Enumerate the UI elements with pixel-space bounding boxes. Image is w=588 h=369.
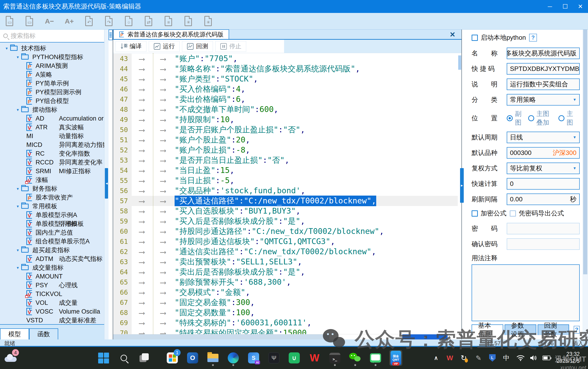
undo-icon[interactable]: ↶ xyxy=(84,15,95,28)
tab-param-settings[interactable]: 参数设置 xyxy=(505,324,536,335)
tree-item-ADTM[interactable]: VADTM动态买卖气指标 xyxy=(0,255,104,263)
tree-item-涨幅[interactable]: V涨幅 xyxy=(0,175,104,184)
tab-backtest-params[interactable]: 回测参数 xyxy=(538,324,569,335)
tree-item-成交量指标[interactable]: ▼成交量指标 xyxy=(0,263,104,272)
tray-pen-icon[interactable]: ✎ xyxy=(474,350,483,366)
formula-params-icon[interactable]: ✳ xyxy=(203,15,214,28)
panel-help-button[interactable]: ? xyxy=(574,326,580,334)
font-decrease-icon[interactable]: A− xyxy=(44,15,55,28)
weather-widget[interactable]: 4 xyxy=(4,350,17,366)
tree-item-MICD[interactable]: MICD异同离差动力指数 xyxy=(0,140,104,149)
task-view-button[interactable] xyxy=(138,350,151,366)
code-line-48[interactable]: 48⟶⟶"不成交撤单下单时间":600, xyxy=(113,104,461,114)
splitter-grip-icon[interactable] xyxy=(109,30,113,40)
wifi-icon[interactable] xyxy=(516,350,526,366)
expand-caret-icon[interactable]: ▼ xyxy=(14,108,21,112)
tray-expand-button[interactable]: ∧ xyxy=(431,350,441,366)
expand-caret-icon[interactable]: ▼ xyxy=(3,46,10,50)
volume-icon[interactable] xyxy=(528,350,539,366)
panel-scrollbar-thumb[interactable] xyxy=(583,30,587,274)
editor-close-icon[interactable]: ✕ xyxy=(450,31,455,39)
tree-item-股本营收资产[interactable]: P股本营收资产 xyxy=(0,193,104,202)
minimize-button[interactable]: ─ xyxy=(542,0,557,13)
font-increase-icon[interactable]: A+ xyxy=(64,15,75,28)
collapse-right-panel-icon[interactable]: ► xyxy=(460,168,464,203)
tree-item-PYTHON模型指标[interactable]: ▼PYTHON模型指标 xyxy=(0,53,104,62)
tree-item-A策略[interactable]: PA策略 xyxy=(0,70,104,79)
adjust-select[interactable]: 等比前复权 ▼ xyxy=(507,163,580,174)
editor-tab[interactable]: P 索普通达信多板块交易系统源代码版 xyxy=(113,29,229,39)
maximize-button[interactable]: ☐ xyxy=(557,0,573,13)
tree-item-VOL[interactable]: VVOL成交量 xyxy=(0,298,104,307)
tree-item-PY组合模型[interactable]: PPY组合模型 xyxy=(0,97,104,105)
code-line-60[interactable]: 60⟶⟶"持股同步通达路径":"C:/new_tdx/T0002/blockne… xyxy=(113,226,461,236)
expand-caret-icon[interactable]: ▼ xyxy=(14,266,21,270)
python-help-button[interactable]: ? xyxy=(529,34,537,41)
code-line-50[interactable]: 50⟶⟶"是否开启账户个股止盈止损":"否", xyxy=(113,125,461,135)
start-button[interactable] xyxy=(97,350,110,366)
wechat-app[interactable] xyxy=(349,350,362,366)
battery-icon[interactable] xyxy=(541,350,552,366)
tree-item-超买超卖指标[interactable]: ▼超买超卖指标 xyxy=(0,246,104,255)
tree-item-技术指标[interactable]: ▼技术指标 xyxy=(0,44,104,53)
messages-app[interactable] xyxy=(369,350,382,366)
code-line-64[interactable]: 64⟶⟶"卖出后是否剔除板块成分股":"是", xyxy=(113,267,461,277)
tree-item-MI[interactable]: MI动量指标 xyxy=(0,132,104,140)
code-area[interactable]: 43⟶⟶"账户":"7705",44⟶⟶"策略名称":"索普通达信多板块交易系统… xyxy=(113,53,461,334)
outlook-app[interactable]: O xyxy=(186,350,199,366)
tab-function[interactable]: 函数 xyxy=(29,328,58,339)
code-line-45[interactable]: 45⟶⟶"账户类型":"STOCK", xyxy=(113,74,461,84)
tree-item-ARIMA预测[interactable]: PARIMA预测 xyxy=(0,62,104,70)
compare-doc-icon[interactable]: ⇄ xyxy=(143,15,154,28)
category-select[interactable]: 常用策略 ▼ xyxy=(507,94,580,105)
file-explorer-app[interactable] xyxy=(206,350,219,366)
radio-subchart[interactable] xyxy=(507,115,513,121)
code-line-47[interactable]: 47⟶⟶"卖出价格编码":6, xyxy=(113,94,461,104)
green-v-app[interactable]: ∪ xyxy=(288,350,301,366)
code-line-59[interactable]: 59⟶⟶"买入后是否剔除板块成分股":"是", xyxy=(113,216,461,226)
tree-item-国内生产总值[interactable]: V国内生产总值 xyxy=(0,228,104,237)
tree-item-VOSC[interactable]: VVOSCVolume Oscilla xyxy=(0,307,104,316)
terminal-app[interactable]: >_ xyxy=(328,350,341,366)
ai-app[interactable]: SAI xyxy=(247,350,260,366)
wps-app[interactable]: W xyxy=(308,350,321,366)
tree-item-RC[interactable]: VRC变化率指数 xyxy=(0,149,104,158)
code-line-70[interactable]: 70⟶⟶"特殊交易标的固定交易金额":15000, xyxy=(113,328,461,334)
code-line-53[interactable]: 53⟶⟶"是否开启当日止盈止损":"否", xyxy=(113,155,461,165)
code-line-58[interactable]: 58⟶⟶"买入自选股板块":"BUY1,BUY3", xyxy=(113,206,461,216)
collapse-sidebar-icon[interactable]: ◄ xyxy=(105,182,108,185)
tree-item-PSY[interactable]: VPSY心理线 xyxy=(0,281,104,290)
right-panel-splitter[interactable]: ► xyxy=(461,30,466,339)
usage-textarea[interactable] xyxy=(472,264,580,321)
redo-icon[interactable]: ↷ xyxy=(103,15,114,28)
tree-item-VSTD[interactable]: VSTD成交量标准差 xyxy=(0,316,104,324)
quickcalc-field[interactable]: 0 xyxy=(507,178,580,190)
save-all-icon[interactable]: ▭ xyxy=(24,15,35,28)
search-input[interactable]: 搜索指标 xyxy=(0,30,104,42)
find-in-doc-icon[interactable]: ○ xyxy=(123,15,134,28)
code-line-62[interactable]: 62⟶⟶"通达信卖出路径":"C:/new_tdx/T0002/blocknew… xyxy=(113,247,461,257)
code-line-56[interactable]: 56⟶⟶"交易品种":'stock,fund,bond', xyxy=(113,186,461,196)
tree-item-PY模型回测示例[interactable]: PPY模型回测示例 xyxy=(0,88,104,97)
taskbar-search-button[interactable] xyxy=(117,350,130,366)
description-field[interactable]: 运行指数中买卖组合 xyxy=(507,79,580,90)
code-line-65[interactable]: 65⟶⟶"剔除预警标开头":'688,300', xyxy=(113,277,461,287)
export-doc-icon[interactable]: ≡ xyxy=(163,15,174,28)
tree-item-AMOUNT[interactable]: VAMOUNT xyxy=(0,272,104,281)
stop-button[interactable]: 停止 xyxy=(215,41,246,52)
expand-caret-icon[interactable]: ▼ xyxy=(14,55,21,59)
code-line-63[interactable]: 63⟶⟶"卖出预警板块":"SELL1,SELL3", xyxy=(113,257,461,267)
code-line-44[interactable]: 44⟶⟶"策略名称":"索普通达信多板块交易系统源代码版", xyxy=(113,64,461,74)
tree-item-单股模型示例B[interactable]: V单股模型示例B引用模板 xyxy=(0,219,104,228)
tray-sync-icon[interactable]: ↻ xyxy=(459,350,468,366)
tree-item-AD[interactable]: VADAccumulation or xyxy=(0,114,104,123)
ime-indicator[interactable]: 中 xyxy=(502,350,511,366)
tab-model[interactable]: 模型 xyxy=(0,328,29,339)
period-select[interactable]: 日线 ▼ xyxy=(507,132,580,143)
hscroll-thumb[interactable]: ▲ xyxy=(402,334,448,339)
code-line-49[interactable]: 49⟶⟶"持股限制":10, xyxy=(113,114,461,125)
formula-settings-icon[interactable]: ✳ xyxy=(183,15,194,28)
game-app[interactable]: Ψ xyxy=(268,350,280,366)
code-line-46[interactable]: 46⟶⟶"买入价格编码":4, xyxy=(113,84,461,94)
tree-item-ATR[interactable]: VATR真实波幅 xyxy=(0,123,104,132)
